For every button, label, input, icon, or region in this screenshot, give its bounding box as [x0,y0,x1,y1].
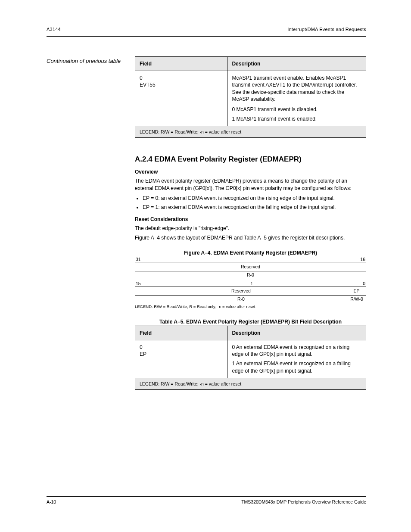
table1-legend-row: LEGEND: R/W = Read/Write; -n = value aft… [135,126,366,138]
list-item: EP = 0: an external EDMA event is recogn… [143,195,366,202]
footer-left: A-10 [47,499,56,504]
table2: Field Description 0 EP 0 An external EDM… [135,326,366,390]
regfig-ep: EP [347,286,366,296]
table1-desc-opt1: 1 McASP1 transmit event is enabled. [232,115,361,122]
bit-label: 15 [136,281,141,286]
table2-desc1: 1 An external EDMA event is recognized o… [232,360,361,374]
subhead-overview: Overview [135,169,366,175]
register-figure: 31 16 Reserved R-0 15 1 0 Reserved EP [135,257,366,309]
regfig-rw-lo-right: R/W-0 [347,296,366,302]
figure-reference: Figure A–4 shows the layout of EDMAEPR a… [135,234,366,242]
table1-h1: Field [135,57,227,71]
overview-paragraph: The EDMA event polarity register (EDMAEP… [135,177,366,192]
footer-right: TMS320DM643x DMP Peripherals Overview Re… [241,499,366,504]
table1-desc-opt0: 0 McASP1 transmit event is disabled. [232,106,361,113]
overview-list: EP = 0: an external EDMA event is recogn… [135,195,366,211]
page-footer: A-10 TMS320DM643x DMP Peripherals Overvi… [47,492,366,504]
table2-h2: Description [227,326,366,340]
table1-legend: LEGEND: R/W = Read/Write; -n = value aft… [135,126,366,138]
header-left: A3144 [47,27,61,32]
bit-label: 16 [360,257,365,262]
table2-legend: LEGEND: R/W = Read/Write; -n = value aft… [135,378,366,389]
table2-h1: Field [135,326,227,340]
table2-field: 0 EP [135,340,227,378]
bit-label: 1 [244,281,259,286]
section-heading: A.2.4 EDMA Event Polarity Register (EDMA… [135,155,366,164]
regfig-reserved-lo: Reserved [135,286,347,296]
subhead-reset: Reset Considerations [135,216,366,222]
reset-paragraph: The default edge-polarity is "rising-edg… [135,225,366,232]
table2-legend-row: LEGEND: R/W = Read/Write; -n = value aft… [135,378,366,389]
table1-h2: Description [227,57,366,71]
table1: Field Description 0 EVT55 McASP1 transmi… [135,56,366,138]
table2-caption: Table A–5. EDMA Event Polarity Register … [135,318,366,326]
figure-caption: Figure A–4. EDMA Event Polarity Register… [135,249,366,257]
regfig-rw-hi: R-0 [135,271,366,278]
header-right: Interrupt/DMA Events and Requests [287,27,366,32]
footer-rule [47,496,366,497]
bit-label: 31 [136,257,141,262]
regfig-legend: LEGEND: R/W = Read/Write; R = Read only;… [135,304,366,309]
list-item: EP = 1: an external EDMA event is recogn… [143,204,366,211]
table1-side-label: Continuation of previous table [47,57,128,65]
table1-desc: McASP1 transmit event enable. Enables Mc… [227,71,366,126]
table2-desc: 0 An external EDMA event is recognized o… [227,340,366,378]
regfig-rw-lo-left: R-0 [135,296,347,302]
table-row: 0 EP 0 An external EDMA event is recogni… [135,340,366,378]
table1-field: 0 EVT55 [135,71,227,126]
page-header: A3144 Interrupt/DMA Events and Requests [47,27,366,32]
bit-label: 0 [363,281,365,286]
table-row: 0 EVT55 McASP1 transmit event enable. En… [135,71,366,126]
regfig-reserved-hi: Reserved [135,262,366,271]
table2-desc0: 0 An external EDMA event is recognized o… [232,344,361,358]
table1-desc-main: McASP1 transmit event enable. Enables Mc… [232,75,361,103]
